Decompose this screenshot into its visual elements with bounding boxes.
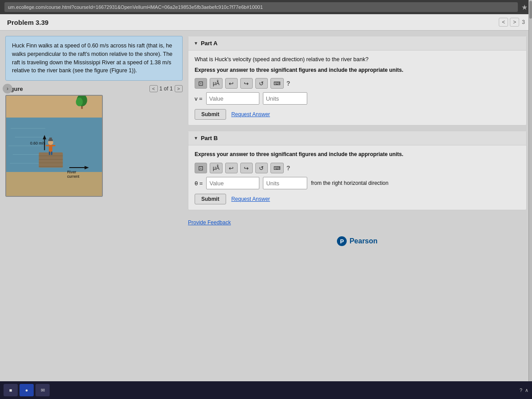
next-problem-button[interactable]: >	[510, 18, 519, 27]
part-a-instruction: Express your answer to three significant…	[195, 66, 520, 74]
part-a-value-input[interactable]	[206, 92, 259, 105]
problem-page-number: 3	[522, 19, 525, 25]
bookmark-icon[interactable]: ★	[521, 3, 528, 12]
left-panel: Huck Finn walks at a speed of 0.60 m/s a…	[5, 36, 183, 394]
help-button-b[interactable]: ?	[286, 164, 290, 172]
part-b-value-input[interactable]	[206, 177, 259, 189]
part-b-request-answer-button[interactable]: Request Answer	[231, 196, 270, 202]
svg-rect-24	[46, 145, 49, 146]
part-b-section: ▼ Part B Express your answer to three si…	[188, 131, 527, 210]
redo-button-b[interactable]: ↪	[240, 163, 253, 173]
taskbar: ■ ● ✉ ? ∧	[0, 381, 532, 399]
prev-problem-button[interactable]: <	[499, 18, 508, 27]
part-b-body: Express your answer to three significant…	[188, 145, 526, 210]
part-b-submit-button[interactable]: Submit	[195, 194, 226, 204]
provide-feedback-button[interactable]: Provide Feedback	[188, 219, 231, 226]
pearson-logo: P Pearson	[337, 236, 377, 246]
taskbar-system-tray: ? ∧	[520, 387, 528, 393]
svg-rect-22	[49, 152, 50, 155]
part-b-answer-label: θ =	[195, 180, 203, 187]
keyboard-button-a[interactable]: ⌨	[270, 78, 284, 89]
taskbar-mail-item[interactable]: ✉	[35, 384, 50, 396]
matrix-button-a[interactable]: ⊡	[195, 78, 207, 89]
content-layout: Huck Finn walks at a speed of 0.60 m/s a…	[0, 31, 532, 399]
mu-button-b[interactable]: μÅ	[210, 163, 223, 173]
next-figure-button[interactable]: >	[175, 85, 183, 92]
svg-rect-21	[49, 137, 52, 140]
prev-figure-button[interactable]: <	[149, 85, 157, 92]
svg-point-4	[76, 98, 83, 106]
river-illustration: 0.60 m/s River current	[5, 95, 103, 197]
svg-text:River: River	[67, 170, 76, 174]
part-b-instruction: Express your answer to three significant…	[195, 151, 520, 158]
pearson-row: P Pearson	[188, 233, 527, 250]
part-a-submit-row: Submit Request Answer	[195, 109, 520, 120]
part-a-header[interactable]: ▼ Part A	[188, 36, 526, 51]
browser-bar: um.ecollege.com/course.html?courseId=166…	[0, 0, 532, 14]
keyboard-button-b[interactable]: ⌨	[270, 163, 284, 173]
part-a-units-input[interactable]	[263, 92, 307, 105]
part-a-label: Part A	[201, 40, 218, 47]
svg-text:current: current	[67, 174, 79, 179]
part-b-units-input[interactable]	[263, 177, 307, 189]
part-a-question: What is Huck's velocity (speed and direc…	[195, 56, 520, 64]
svg-rect-18	[49, 144, 52, 153]
figure-label-row: Figure < 1 of 1 >	[5, 85, 183, 92]
matrix-button-b[interactable]: ⊡	[195, 163, 207, 173]
svg-text:0.60 m/s: 0.60 m/s	[30, 141, 45, 145]
part-a-submit-button[interactable]: Submit	[195, 109, 226, 120]
undo-button-b[interactable]: ↩	[225, 163, 238, 173]
part-b-submit-row: Submit Request Answer	[195, 194, 520, 204]
part-a-request-answer-button[interactable]: Request Answer	[231, 111, 270, 117]
scrollbar[interactable]	[528, 31, 532, 399]
problem-header: Problem 3.39 < > 3	[0, 14, 532, 31]
svg-rect-12	[6, 172, 102, 196]
left-nav-arrow[interactable]: ›	[3, 84, 12, 94]
problem-text-box: Huck Finn walks at a speed of 0.60 m/s a…	[5, 36, 183, 81]
part-b-header[interactable]: ▼ Part B	[188, 131, 526, 145]
part-b-toolbar: ⊡ μÅ ↩ ↪ ↺ ⌨ ?	[195, 163, 520, 173]
chevron-up-icon[interactable]: ∧	[525, 387, 528, 393]
direction-label: from the right horizontal direction	[311, 180, 388, 186]
problem-text: Huck Finn walks at a speed of 0.60 m/s a…	[12, 43, 172, 74]
mu-button-a[interactable]: μÅ	[210, 78, 223, 89]
svg-rect-13	[39, 153, 63, 168]
feedback-row: Provide Feedback	[188, 215, 527, 227]
redo-button-a[interactable]: ↪	[240, 78, 253, 89]
refresh-button-a[interactable]: ↺	[255, 78, 268, 89]
pearson-name: Pearson	[349, 237, 377, 245]
figure-counter: 1 of 1	[160, 86, 173, 92]
matrix-icon-b: ⊡	[198, 164, 203, 172]
undo-button-a[interactable]: ↩	[225, 78, 238, 89]
figure-navigation: < 1 of 1 >	[149, 85, 183, 92]
matrix-icon-a: ⊡	[198, 80, 203, 87]
svg-rect-25	[52, 145, 55, 146]
problem-title: Problem 3.39	[7, 19, 48, 26]
refresh-button-b[interactable]: ↺	[255, 163, 268, 173]
part-b-answer-row: θ = from the right horizontal direction	[195, 177, 520, 189]
part-a-section: ▼ Part A What is Huck's velocity (speed …	[188, 36, 527, 125]
part-a-body: What is Huck's velocity (speed and direc…	[188, 51, 526, 125]
figure-section: Figure < 1 of 1 >	[5, 85, 183, 197]
part-a-answer-label: v =	[195, 95, 203, 102]
taskbar-browser-item[interactable]: ●	[20, 384, 34, 396]
taskbar-files-item[interactable]: ■	[4, 384, 18, 396]
part-a-collapse-icon: ▼	[194, 41, 198, 46]
url-bar: um.ecollege.com/course.html?courseId=166…	[4, 2, 518, 12]
svg-rect-23	[51, 152, 52, 155]
part-a-answer-row: v =	[195, 92, 520, 105]
pearson-circle-icon: P	[337, 236, 347, 246]
help-sys-icon[interactable]: ?	[520, 387, 522, 393]
part-b-label: Part B	[201, 135, 218, 141]
problem-navigation: < > 3	[499, 18, 525, 27]
help-button-a[interactable]: ?	[286, 80, 290, 87]
main-content: Problem 3.39 < > 3 Huck Finn walks at a …	[0, 14, 532, 399]
part-a-toolbar: ⊡ μÅ ↩ ↪ ↺ ⌨ ?	[195, 78, 520, 89]
right-panel: ▼ Part A What is Huck's velocity (speed …	[188, 36, 527, 394]
part-b-collapse-icon: ▼	[194, 136, 198, 141]
